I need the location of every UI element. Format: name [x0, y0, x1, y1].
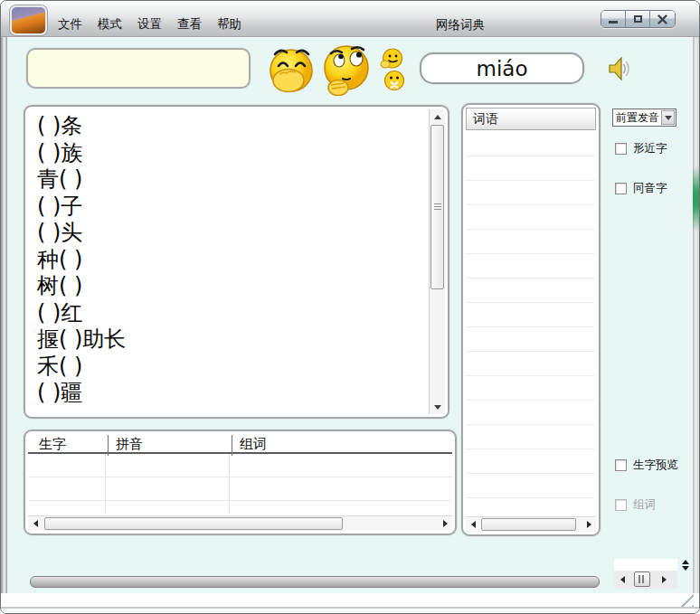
word-list-horizontal-scrollbar[interactable] — [466, 516, 596, 532]
column-header-words[interactable]: 组词 — [240, 436, 267, 453]
window-bottom-border — [1, 593, 699, 614]
word-list-panel: 词语 — [461, 103, 601, 536]
word-row — [466, 352, 596, 376]
scroll-thumb[interactable] — [430, 125, 444, 289]
scroll-left-icon — [471, 521, 476, 528]
progress-slider-bar[interactable] — [30, 576, 600, 588]
mini-display-box — [614, 559, 677, 571]
thumb-grip-icon — [639, 575, 646, 583]
column-header-pinyin[interactable]: 拼音 — [116, 436, 143, 453]
word-row — [466, 449, 596, 474]
exercise-line: ( )头 — [37, 220, 126, 247]
menu-settings[interactable]: 设置 — [137, 16, 162, 33]
exercise-line: ( )条 — [37, 113, 126, 140]
speaker-icon[interactable] — [608, 56, 631, 81]
close-button[interactable] — [650, 11, 675, 27]
scroll-up-button[interactable] — [430, 109, 446, 124]
exercise-vertical-scrollbar[interactable] — [429, 109, 445, 414]
track-thumb[interactable] — [634, 571, 650, 587]
table-horizontal-scrollbar[interactable] — [28, 515, 452, 531]
maximize-button[interactable] — [626, 11, 650, 27]
word-list — [466, 132, 596, 516]
window-left-border — [1, 37, 7, 593]
headword-input[interactable] — [26, 48, 251, 89]
similar-shape-checkbox-row: 形近字 — [615, 141, 667, 156]
updown-arrows-icon[interactable] — [681, 560, 689, 571]
close-icon — [657, 14, 667, 24]
word-row — [466, 303, 596, 327]
app-window: 文件 模式 设置 查看 帮助 网络词典 — [0, 0, 700, 614]
word-row — [466, 376, 596, 401]
app-icon — [10, 5, 47, 35]
preview-checkbox[interactable] — [615, 459, 627, 471]
preview-label: 生字预览 — [633, 458, 678, 473]
scroll-down-button[interactable] — [430, 400, 446, 414]
minimize-button[interactable] — [601, 11, 626, 27]
preview-checkbox-row: 生字预览 — [615, 458, 678, 473]
scroll-left-button[interactable] — [466, 517, 480, 532]
exercise-line: 揠( )助长 — [37, 326, 126, 354]
homophone-label: 同音字 — [633, 181, 667, 196]
pointing-emoji — [380, 47, 404, 71]
table-body — [28, 454, 452, 514]
word-row — [466, 132, 596, 156]
arrow-down-icon — [682, 566, 689, 571]
thumb-grip-icon — [434, 203, 441, 211]
track-left-icon — [620, 576, 625, 583]
track-right-button[interactable] — [659, 575, 668, 584]
word-row — [466, 474, 596, 498]
titlebar[interactable]: 文件 模式 设置 查看 帮助 网络词典 — [1, 1, 699, 37]
window-right-border — [693, 37, 699, 593]
menu-file[interactable]: 文件 — [58, 16, 82, 33]
exercise-line: 青( ) — [37, 166, 126, 194]
homophone-checkbox[interactable] — [615, 183, 627, 194]
scroll-up-icon — [434, 115, 441, 119]
scroll-left-button[interactable] — [28, 516, 43, 531]
table-row — [28, 454, 452, 477]
exercise-line: 种( ) — [37, 247, 126, 274]
scroll-thumb[interactable] — [44, 517, 343, 530]
table-header-row: 生字 拼音 组词 — [28, 433, 452, 454]
word-row — [466, 401, 596, 425]
giggle-emoji — [267, 44, 316, 93]
similar-shape-label: 形近字 — [633, 141, 667, 156]
exercise-line: ( )族 — [37, 140, 126, 167]
menu-help[interactable]: 帮助 — [217, 16, 241, 33]
scroll-right-button[interactable] — [438, 516, 452, 531]
scroll-right-icon — [587, 521, 591, 528]
chevron-down-icon — [665, 116, 672, 120]
character-table-panel: 生字 拼音 组词 — [24, 430, 457, 535]
exercise-line: ( )疆 — [37, 380, 126, 407]
column-header-character[interactable]: 生字 — [39, 436, 66, 453]
column-divider — [108, 435, 109, 456]
mute-emoji — [383, 70, 405, 91]
scroll-right-icon — [443, 520, 448, 527]
exercise-line: ( )红 — [37, 300, 126, 327]
word-row — [466, 425, 596, 449]
scroll-right-button[interactable] — [582, 517, 596, 532]
mini-trackbar[interactable] — [614, 571, 677, 589]
dropdown-button[interactable] — [661, 110, 675, 125]
word-row — [466, 230, 596, 254]
exercise-panel: ( )条 ( )族 青( ) ( )子 ( )头 种( ) 树( ) ( )红 … — [24, 105, 449, 419]
word-row — [466, 156, 596, 181]
pinyin-display[interactable]: miáo — [420, 52, 584, 84]
table-row — [28, 477, 452, 501]
word-list-column-header[interactable]: 词语 — [466, 108, 596, 130]
window-title: 网络词典 — [436, 17, 485, 33]
arrow-up-icon — [682, 560, 689, 564]
window-controls — [601, 10, 676, 28]
word-build-label: 组词 — [633, 497, 656, 513]
track-left-button[interactable] — [618, 575, 627, 584]
menu-mode[interactable]: 模式 — [98, 16, 122, 33]
scroll-left-icon — [33, 520, 38, 527]
similar-shape-checkbox[interactable] — [615, 143, 627, 155]
scroll-thumb[interactable] — [481, 518, 576, 531]
menu-view[interactable]: 查看 — [177, 16, 202, 33]
exercise-line: 树( ) — [37, 273, 126, 300]
exercise-lines: ( )条 ( )族 青( ) ( )子 ( )头 种( ) 树( ) ( )红 … — [37, 113, 126, 407]
menubar: 文件 模式 设置 查看 帮助 — [58, 16, 241, 33]
word-build-checkbox-row: 组词 — [615, 497, 656, 513]
pronounce-mode-dropdown[interactable]: 前置发音 — [612, 109, 676, 127]
word-row — [466, 254, 596, 279]
